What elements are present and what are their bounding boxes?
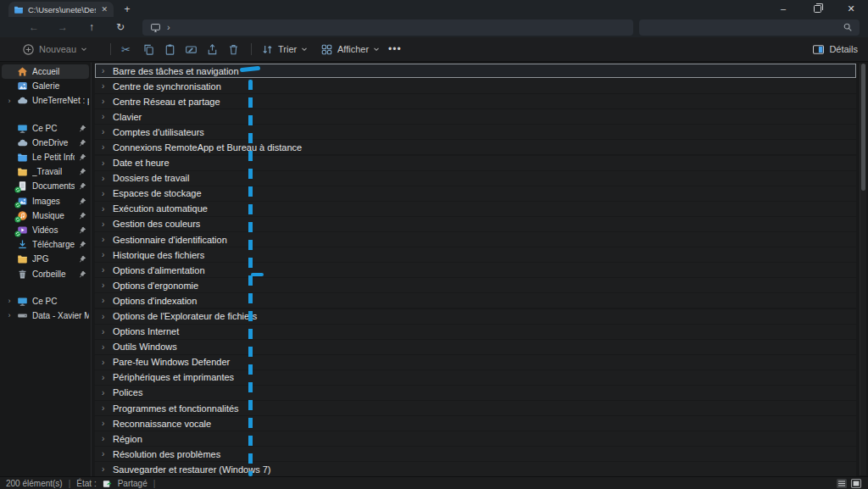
sidebar-item-onedrive[interactable]: OneDrive [2,136,89,150]
expand-chevron-icon[interactable]: › [102,81,107,91]
file-group-row-gestion-des-couleurs[interactable]: ›Gestion des couleurs [95,217,856,231]
sidebar-item-data-xavier-m-f[interactable]: ›Data - Xavier M (F:) [2,308,89,323]
file-group-row-sauvegarder-et-restaurer-windows-7[interactable]: ›Sauvegarder et restaurer (Windows 7) [95,462,856,476]
file-group-row-reconnaissance-vocale[interactable]: ›Reconnaissance vocale [95,416,856,431]
file-group-row-comptes-d-utilisateurs[interactable]: ›Comptes d'utilisateurs [95,125,856,139]
expand-chevron-icon[interactable]: › [102,434,107,443]
rename-button[interactable] [185,37,198,61]
file-group-row-connexions-remoteapp-et-bureau-a-distance[interactable]: ›Connexions RemoteApp et Bureau à distan… [95,140,856,154]
sidebar-item-videos[interactable]: Vidéos [2,223,89,237]
expand-chevron-icon[interactable]: › [102,112,107,121]
address-bar[interactable]: › [142,19,633,36]
file-group-row-date-et-heure[interactable]: ›Date et heure [95,156,856,170]
file-group-row-barre-des-taches-et-navigation[interactable]: ›Barre des tâches et navigation [95,64,856,78]
more-options-button[interactable]: ••• [388,37,402,61]
search-input[interactable] [639,19,860,36]
paste-button[interactable] [164,37,176,61]
expand-chevron-icon[interactable]: › [102,66,107,75]
file-group-row-gestionnaire-d-identification[interactable]: ›Gestionnaire d'identification [95,232,856,247]
expand-chevron-icon[interactable]: › [102,312,107,321]
refresh-button[interactable]: ↻ [112,19,129,36]
sidebar-item-galerie[interactable]: Galerie [2,79,89,93]
expand-chevron-icon[interactable]: › [102,327,107,336]
file-group-row-execution-automatique[interactable]: ›Exécution automatique [95,202,856,216]
restore-button[interactable] [800,0,834,17]
scrollbar-thumb[interactable] [861,64,865,191]
expand-chevron-icon[interactable]: › [6,97,13,105]
sidebar-item-accueil[interactable]: Accueil [2,64,89,79]
file-group-row-resolution-des-problemes[interactable]: ›Résolution des problèmes [95,447,856,461]
file-group-row-peripheriques-et-imprimantes[interactable]: ›Périphériques et imprimantes [95,370,856,385]
expand-chevron-icon[interactable]: › [102,158,107,168]
expand-chevron-icon[interactable]: › [102,235,107,244]
file-group-row-options-d-alimentation[interactable]: ›Options d'alimentation [95,263,856,277]
expand-chevron-icon[interactable]: › [102,204,107,214]
file-group-row-region[interactable]: ›Région [95,431,856,446]
vertical-scrollbar[interactable] [860,64,866,475]
expand-chevron-icon[interactable]: › [102,189,107,198]
expand-chevron-icon[interactable]: › [102,373,107,382]
sidebar-item-le-petit-informaticien[interactable]: Le Petit Informaticien [2,150,89,164]
expand-chevron-icon[interactable]: › [102,464,107,474]
expand-chevron-icon[interactable]: › [6,311,13,320]
file-group-row-centre-de-synchronisation[interactable]: ›Centre de synchronisation [95,79,856,93]
sidebar-item-telechargements[interactable]: Téléchargements [2,237,89,252]
sidebar-item-corbeille[interactable]: Corbeille [2,266,89,281]
delete-button[interactable] [227,37,240,61]
expand-chevron-icon[interactable]: › [102,174,107,183]
expand-chevron-icon[interactable]: › [102,419,107,428]
file-group-row-pare-feu-windows-defender[interactable]: ›Pare-feu Windows Defender [95,355,856,370]
file-group-row-centre-reseau-et-partage[interactable]: ›Centre Réseau et partage [95,94,856,108]
expand-chevron-icon[interactable]: › [102,265,107,275]
sidebar-item-travail[interactable]: _Travail [2,164,89,179]
file-group-row-clavier[interactable]: ›Clavier [95,109,856,124]
expand-chevron-icon[interactable]: › [6,297,13,305]
file-group-row-options-d-ergonomie[interactable]: ›Options d'ergonomie [95,278,856,292]
cut-button[interactable]: ✂ [121,37,131,61]
expand-chevron-icon[interactable]: › [102,403,107,413]
close-button[interactable]: ✕ [834,0,868,17]
expand-chevron-icon[interactable]: › [102,219,107,229]
details-view-icon[interactable] [836,478,848,489]
new-button[interactable]: Nouveau [22,37,87,61]
expand-chevron-icon[interactable]: › [102,142,107,152]
expand-chevron-icon[interactable]: › [102,358,107,367]
back-button[interactable]: ← [25,19,42,36]
expand-chevron-icon[interactable]: › [102,97,107,106]
copy-button[interactable] [142,37,155,61]
file-group-row-polices[interactable]: ›Polices [95,386,856,400]
file-group-row-options-de-l-explorateur-de-fichiers[interactable]: ›Options de l'Explorateur de fichiers [95,309,856,324]
details-pane-button[interactable]: Détails [812,37,858,61]
share-button[interactable] [206,37,219,61]
file-group-row-programmes-et-fonctionnalites[interactable]: ›Programmes et fonctionnalités [95,401,856,415]
expand-chevron-icon[interactable]: › [102,449,107,458]
up-button[interactable]: ↑ [83,19,100,36]
file-group-row-espaces-de-stockage[interactable]: ›Espaces de stockage [95,186,856,201]
new-tab-button[interactable]: + [120,3,134,16]
expand-chevron-icon[interactable]: › [102,388,107,397]
sidebar-item-documents[interactable]: Documents [2,179,89,193]
sidebar-item-musique[interactable]: Musique [2,208,89,223]
file-group-row-options-internet[interactable]: ›Options Internet [95,325,856,339]
expand-chevron-icon[interactable]: › [102,281,107,290]
expand-chevron-icon[interactable]: › [102,342,107,352]
view-button[interactable]: Afficher [320,37,380,61]
minimize-button[interactable]: – [766,0,800,17]
file-group-row-options-d-indexation[interactable]: ›Options d'indexation [95,293,856,308]
expand-chevron-icon[interactable]: › [102,127,107,136]
sidebar-item-uneterrenet-personnel[interactable]: ›UneTerreNet : personnel [2,93,89,108]
file-group-row-dossiers-de-travail[interactable]: ›Dossiers de travail [95,171,856,186]
sidebar-item-ce-pc[interactable]: ›Ce PC [2,294,89,308]
expand-chevron-icon[interactable]: › [102,250,107,259]
sidebar-item-images[interactable]: Images [2,194,89,208]
explorer-tab[interactable]: C:\Users\unete\Desktop\GodM ✕ [8,2,114,17]
thumbnail-view-icon[interactable] [850,478,862,489]
file-group-row-historique-des-fichiers[interactable]: ›Historique des fichiers [95,247,856,262]
sidebar-item-ce-pc[interactable]: Ce PC [2,121,89,136]
file-group-row-outils-windows[interactable]: ›Outils Windows [95,340,856,354]
forward-button[interactable]: → [54,19,71,36]
sidebar-item-jpg[interactable]: JPG [2,252,89,266]
tab-close-icon[interactable]: ✕ [100,5,108,14]
expand-chevron-icon[interactable]: › [102,296,107,305]
sort-button[interactable]: Trier [261,37,308,61]
